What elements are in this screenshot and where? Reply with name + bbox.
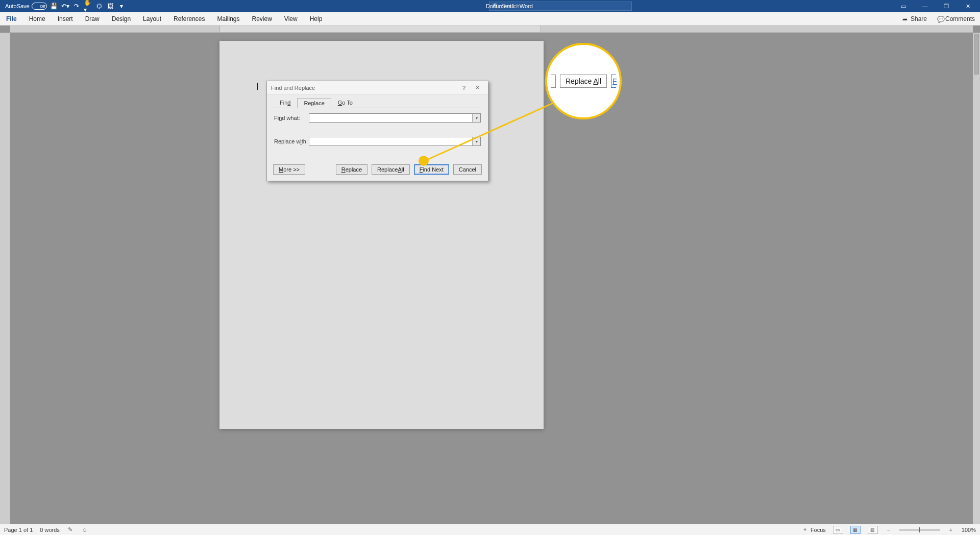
replace-with-combo[interactable]: ▾ xyxy=(309,137,481,146)
vertical-ruler[interactable] xyxy=(0,33,10,524)
autosave-toggle[interactable]: AutoSave Off xyxy=(5,3,47,10)
callout-anchor-dot xyxy=(419,156,429,166)
tab-draw[interactable]: Draw xyxy=(79,12,106,25)
find-what-label: Find what: xyxy=(274,115,309,121)
undo-icon[interactable]: ↶▾ xyxy=(61,2,69,10)
tab-review[interactable]: Review xyxy=(246,12,278,25)
find-what-combo[interactable]: ▾ xyxy=(309,113,481,123)
text-caret xyxy=(257,83,258,90)
vertical-scrollbar[interactable] xyxy=(973,33,980,524)
replace-with-row: Replace with: ▾ xyxy=(274,137,481,146)
tab-file[interactable]: File xyxy=(0,12,23,25)
dialog-close-icon[interactable]: ✕ xyxy=(471,83,484,93)
dialog-button-row: More >> Replace Replace All Find Next Ca… xyxy=(267,162,488,181)
tab-mailings[interactable]: Mailings xyxy=(211,12,246,25)
zoom-out-icon[interactable]: − xyxy=(885,526,892,533)
dialog-body: Find what: ▾ Replace with: ▾ xyxy=(267,108,488,162)
tab-home[interactable]: Home xyxy=(23,12,52,25)
dialog-titlebar[interactable]: Find and Replace ? ✕ xyxy=(267,81,488,94)
dialog-tab-replace[interactable]: Replace xyxy=(297,98,331,108)
ribbon-tabs: File Home Insert Draw Design Layout Refe… xyxy=(0,12,980,26)
title-bar: AutoSave Off 💾 ↶▾ ↷ ✋▾ ⌬ 🖼 ▾ Document1 -… xyxy=(0,0,980,12)
find-what-row: Find what: ▾ xyxy=(274,113,481,123)
touch-mode-icon[interactable]: ✋▾ xyxy=(84,2,92,10)
read-mode-icon[interactable]: ▭ xyxy=(833,526,843,534)
scrollbar-thumb[interactable] xyxy=(974,34,979,75)
minimize-icon[interactable]: — xyxy=(915,0,935,12)
dialog-tabs: Find Replace Go To xyxy=(267,94,488,108)
zoom-slider-thumb[interactable] xyxy=(919,527,920,532)
replace-with-label: Replace with: xyxy=(274,138,309,144)
dialog-help-icon[interactable]: ? xyxy=(457,83,471,93)
close-icon[interactable]: ✕ xyxy=(958,0,978,12)
dialog-tab-goto[interactable]: Go To xyxy=(331,98,359,108)
document-title: Document1 - Word xyxy=(486,3,533,9)
replace-with-dropdown-icon[interactable]: ▾ xyxy=(472,137,480,145)
ribbon-display-icon[interactable]: ▭ xyxy=(893,0,914,12)
comment-icon: 💬 xyxy=(937,16,943,22)
find-replace-dialog: Find and Replace ? ✕ Find Replace Go To … xyxy=(266,81,488,181)
title-center: Document1 - Word 🔍 Search xyxy=(126,2,893,11)
spellcheck-icon[interactable]: ✎ xyxy=(67,526,74,533)
tab-design[interactable]: Design xyxy=(106,12,137,25)
print-layout-icon[interactable]: ▦ xyxy=(850,526,861,534)
callout-magnifier: Replace All F xyxy=(545,43,622,119)
redo-icon[interactable]: ↷ xyxy=(72,2,81,10)
replace-with-input[interactable] xyxy=(309,137,472,145)
find-what-input[interactable] xyxy=(309,114,472,122)
tab-references[interactable]: References xyxy=(167,12,211,25)
replace-all-button[interactable]: Replace All xyxy=(372,164,410,175)
find-next-button[interactable]: Find Next xyxy=(414,164,449,175)
tab-insert[interactable]: Insert xyxy=(52,12,79,25)
window-controls: ▭ — ❐ ✕ xyxy=(893,0,980,12)
tab-help[interactable]: Help xyxy=(304,12,329,25)
accessibility-icon[interactable]: ☺ xyxy=(81,526,88,533)
callout-right-edge: F xyxy=(611,75,616,88)
comments-button[interactable]: 💬Comments xyxy=(932,12,980,25)
zoom-in-icon[interactable]: + xyxy=(947,526,954,533)
org-chart-icon[interactable]: ⌬ xyxy=(95,2,103,10)
status-bar: Page 1 of 1 0 words ✎ ☺ ⌖Focus ▭ ▦ ▥ − +… xyxy=(0,524,980,535)
picture-icon[interactable]: 🖼 xyxy=(106,2,114,10)
replace-button[interactable]: Replace xyxy=(336,164,368,175)
focus-icon: ⌖ xyxy=(801,526,808,533)
share-button[interactable]: ➦Share xyxy=(897,12,932,25)
autosave-pill[interactable]: Off xyxy=(32,3,47,10)
zoom-percent[interactable]: 100% xyxy=(962,527,976,533)
dialog-title-text: Find and Replace xyxy=(271,85,315,91)
status-page[interactable]: Page 1 of 1 xyxy=(4,527,33,533)
share-icon: ➦ xyxy=(902,16,909,22)
focus-mode-button[interactable]: ⌖Focus xyxy=(801,526,826,533)
tab-view[interactable]: View xyxy=(278,12,304,25)
web-layout-icon[interactable]: ▥ xyxy=(868,526,878,534)
cancel-button[interactable]: Cancel xyxy=(453,164,482,175)
maximize-icon[interactable]: ❐ xyxy=(936,0,957,12)
document-area xyxy=(0,26,980,524)
qat-customize-icon[interactable]: ▾ xyxy=(117,2,126,10)
find-what-dropdown-icon[interactable]: ▾ xyxy=(472,114,480,122)
status-word-count[interactable]: 0 words xyxy=(40,527,60,533)
callout-left-edge xyxy=(551,75,556,88)
zoom-slider[interactable] xyxy=(899,529,940,531)
quick-access-toolbar: AutoSave Off 💾 ↶▾ ↷ ✋▾ ⌬ 🖼 ▾ xyxy=(0,2,126,10)
dialog-tab-find[interactable]: Find xyxy=(273,98,297,108)
callout-replace-all-button: Replace All xyxy=(560,75,607,88)
save-icon[interactable]: 💾 xyxy=(50,2,58,10)
more-button[interactable]: More >> xyxy=(273,164,305,175)
horizontal-ruler[interactable] xyxy=(10,26,973,33)
tab-layout[interactable]: Layout xyxy=(137,12,167,25)
autosave-label: AutoSave xyxy=(5,3,30,9)
